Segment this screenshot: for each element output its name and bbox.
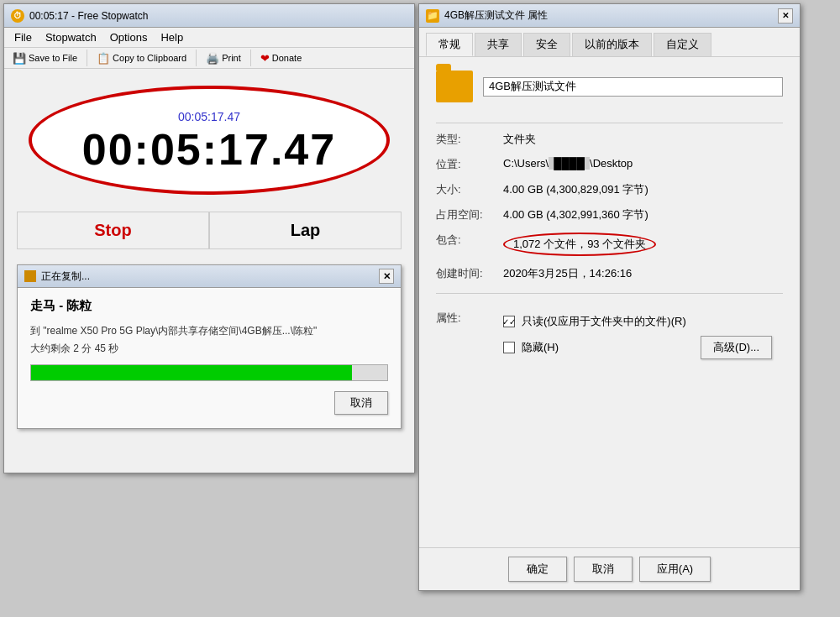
menu-stopwatch[interactable]: Stopwatch xyxy=(39,29,103,45)
props-close-button[interactable]: ✕ xyxy=(778,8,793,24)
props-value-contains: 1,072 个文件，93 个文件夹 xyxy=(503,233,783,256)
props-footer: 确定 取消 应用(A) xyxy=(419,547,800,590)
stopwatch-window-title: 00:05:17 - Free Stopwatch xyxy=(29,10,407,22)
readonly-label: 只读(仅应用于文件夹中的文件)(R) xyxy=(522,314,686,329)
stopwatch-body: 00:05:17.47 00:05:17.47 Stop Lap 正在复制...… xyxy=(4,69,414,473)
folder-icon-large xyxy=(436,71,473,102)
folder-name-input[interactable] xyxy=(483,77,783,97)
hidden-checkbox[interactable] xyxy=(503,342,515,353)
props-label-created: 创建时间: xyxy=(436,266,503,281)
props-label-attributes: 属性: xyxy=(436,311,503,326)
copy-dialog-body: 走马 - 陈粒 到 "realme X50 Pro 5G Play\内部共享存储… xyxy=(18,288,401,428)
props-row-size-on-disk: 占用空间: 4.00 GB (4,302,991,360 字节) xyxy=(436,202,783,227)
props-tabs: 常规 共享 安全 以前的版本 自定义 xyxy=(419,28,800,56)
copy-to-clipboard-button[interactable]: 📋 Copy to Clipboard xyxy=(92,50,192,66)
props-title-bar: 📁 4GB解压测试文件 属性 ✕ xyxy=(419,4,800,28)
props-ok-button[interactable]: 确定 xyxy=(508,557,567,582)
copy-progress-dialog: 正在复制... ✕ 走马 - 陈粒 到 "realme X50 Pro 5G P… xyxy=(17,264,402,429)
stopwatch-window-icon: ⏱ xyxy=(11,9,24,23)
stopwatch-oval: 00:05:17.47 00:05:17.47 xyxy=(29,86,390,195)
props-value-size-on-disk: 4.00 GB (4,302,991,360 字节) xyxy=(503,207,783,222)
tab-custom[interactable]: 自定义 xyxy=(654,33,711,56)
props-label-type: 类型: xyxy=(436,132,503,147)
props-label-size: 大小: xyxy=(436,182,503,197)
stopwatch-time-big: 00:05:17.47 xyxy=(82,128,336,171)
props-label-contains: 包含: xyxy=(436,233,503,248)
menu-file[interactable]: File xyxy=(8,29,39,45)
hidden-label: 隐藏(H) xyxy=(522,340,559,355)
copy-dialog-footer: 取消 xyxy=(30,391,388,418)
save-icon: 💾 xyxy=(13,52,26,65)
stopwatch-window: ⏱ 00:05:17 - Free Stopwatch File Stopwat… xyxy=(3,3,415,473)
stopwatch-title-bar: ⏱ 00:05:17 - Free Stopwatch xyxy=(4,4,414,28)
props-cancel-button[interactable]: 取消 xyxy=(574,557,633,582)
stopwatch-buttons: Stop Lap xyxy=(17,212,402,249)
props-label-location: 位置: xyxy=(436,157,503,172)
copy-dialog-icon xyxy=(24,270,36,282)
stopwatch-time-small: 00:05:17.47 xyxy=(178,110,240,123)
print-icon: 🖨️ xyxy=(206,52,219,65)
progress-bar-container xyxy=(30,364,388,381)
print-button[interactable]: 🖨️ Print xyxy=(201,50,246,66)
props-window-title: 4GB解压测试文件 属性 xyxy=(444,8,773,23)
toolbar-separator-3 xyxy=(250,50,251,66)
props-row-type: 类型: 文件夹 xyxy=(436,127,783,152)
props-apply-button[interactable]: 应用(A) xyxy=(639,557,711,582)
copy-dialog-title-text: 正在复制... xyxy=(41,269,374,284)
menu-help[interactable]: Help xyxy=(154,29,190,45)
hidden-checkbox-row: 隐藏(H) xyxy=(503,340,559,355)
props-value-location: C:\Users\████\Desktop xyxy=(503,157,783,170)
separator-2 xyxy=(436,293,783,294)
tab-sharing[interactable]: 共享 xyxy=(475,33,522,56)
readonly-checkbox[interactable]: ✓ xyxy=(503,316,515,327)
props-label-size-on-disk: 占用空间: xyxy=(436,207,503,222)
props-attributes-controls: ✓ 只读(仅应用于文件夹中的文件)(R) 隐藏(H) 高级(D)... xyxy=(503,311,772,363)
tab-security[interactable]: 安全 xyxy=(523,33,570,56)
menu-bar: File Stopwatch Options Help xyxy=(4,28,414,48)
save-to-file-button[interactable]: 💾 Save to File xyxy=(8,50,82,66)
separator-1 xyxy=(436,123,783,123)
props-attr-readonly-row: ✓ 只读(仅应用于文件夹中的文件)(R) xyxy=(503,311,772,332)
props-folder-row xyxy=(436,71,783,102)
menu-options[interactable]: Options xyxy=(103,29,155,45)
donate-label: Donate xyxy=(272,53,302,63)
props-row-contains: 包含: 1,072 个文件，93 个文件夹 xyxy=(436,227,783,261)
props-row-size: 大小: 4.00 GB (4,300,829,091 字节) xyxy=(436,177,783,202)
copy-filename: 走马 - 陈粒 xyxy=(30,298,388,314)
progress-bar-fill xyxy=(31,365,352,380)
advanced-button[interactable]: 高级(D)... xyxy=(701,336,772,359)
toolbar-separator-2 xyxy=(196,50,197,66)
copy-dialog-title-bar: 正在复制... ✕ xyxy=(18,265,401,288)
copy-remaining: 大约剩余 2 分 45 秒 xyxy=(30,342,388,356)
props-value-size: 4.00 GB (4,300,829,091 字节) xyxy=(503,182,783,197)
copy-destination: 到 "realme X50 Pro 5G Play\内部共享存储空间\4GB解压… xyxy=(30,324,388,338)
props-title-controls: ✕ xyxy=(778,8,793,24)
save-label: Save to File xyxy=(29,53,77,63)
print-label: Print xyxy=(222,53,241,63)
properties-window: 📁 4GB解压测试文件 属性 ✕ 常规 共享 安全 以前的版本 自定义 类型: … xyxy=(418,3,801,591)
toolbar: 💾 Save to File 📋 Copy to Clipboard 🖨️ Pr… xyxy=(4,48,414,69)
donate-button[interactable]: ❤ Donate xyxy=(255,50,307,66)
file-count-highlight: 1,072 个文件，93 个文件夹 xyxy=(503,233,656,256)
toolbar-separator-1 xyxy=(87,50,87,66)
props-row-attributes: 属性: ✓ 只读(仅应用于文件夹中的文件)(R) 隐藏(H) 高级(D)... xyxy=(436,306,783,368)
stopwatch-oval-container: 00:05:17.47 00:05:17.47 xyxy=(17,86,402,195)
props-window-icon: 📁 xyxy=(426,9,439,23)
props-row-created: 创建时间: 2020年3月25日，14:26:16 xyxy=(436,261,783,286)
props-body: 类型: 文件夹 位置: C:\Users\████\Desktop 大小: 4.… xyxy=(419,56,800,547)
props-row-location: 位置: C:\Users\████\Desktop xyxy=(436,152,783,177)
heart-icon: ❤ xyxy=(260,52,270,65)
tab-previous-versions[interactable]: 以前的版本 xyxy=(572,33,652,56)
copy-icon: 📋 xyxy=(97,52,110,65)
copy-label: Copy to Clipboard xyxy=(113,53,186,63)
tab-general[interactable]: 常规 xyxy=(426,33,473,56)
props-attr-hidden-row: 隐藏(H) 高级(D)... xyxy=(503,332,772,363)
stop-button[interactable]: Stop xyxy=(17,212,209,249)
props-value-created: 2020年3月25日，14:26:16 xyxy=(503,266,783,281)
props-value-type: 文件夹 xyxy=(503,132,783,147)
props-attributes-section: 属性: ✓ 只读(仅应用于文件夹中的文件)(R) 隐藏(H) 高级(D)... xyxy=(436,306,783,368)
copy-dialog-close-button[interactable]: ✕ xyxy=(379,269,394,284)
copy-cancel-button[interactable]: 取消 xyxy=(334,391,388,415)
lap-button[interactable]: Lap xyxy=(209,212,402,249)
